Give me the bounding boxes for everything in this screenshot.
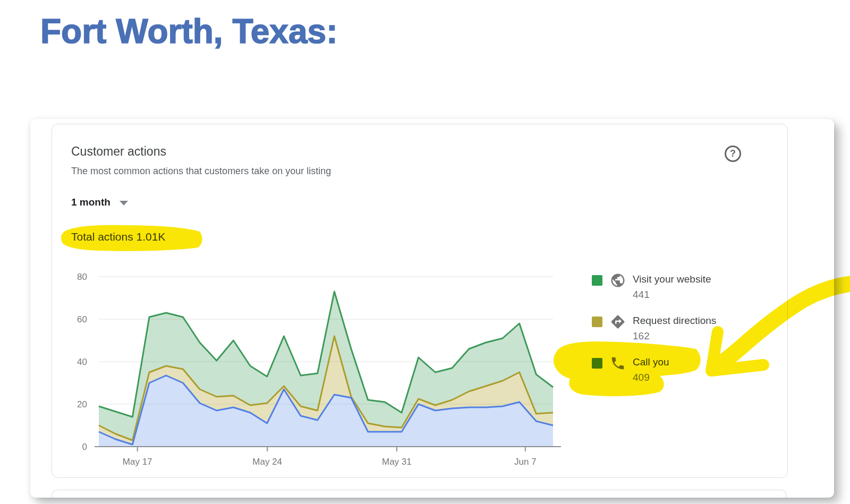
directions-icon	[610, 314, 626, 330]
phone-icon	[610, 355, 626, 371]
legend-swatch-directions	[592, 317, 602, 327]
legend-item-call-you: Call you 409	[592, 356, 669, 383]
globe-icon	[610, 272, 626, 288]
customer-actions-chart: 020406080May 17May 24May 31Jun 7	[52, 124, 788, 479]
legend-label: Call you	[633, 356, 669, 369]
legend-swatch-call	[592, 358, 602, 369]
legend-swatch-website	[592, 275, 602, 286]
svg-text:May 31: May 31	[382, 457, 412, 467]
svg-text:0: 0	[82, 442, 87, 452]
svg-text:20: 20	[77, 399, 87, 409]
legend-item-request-directions: Request directions 162	[592, 314, 716, 342]
legend-item-visit-website: Visit your website 441	[592, 273, 711, 301]
page-title: Fort Worth, Texas:	[40, 12, 337, 51]
svg-text:May 24: May 24	[252, 457, 282, 467]
legend-value: 441	[633, 289, 711, 301]
svg-text:May 17: May 17	[123, 457, 152, 467]
svg-text:80: 80	[77, 272, 87, 282]
svg-text:40: 40	[77, 357, 87, 367]
page: Fort Worth, Texas: Customer actions ? Th…	[0, 0, 850, 504]
next-card-sliver	[52, 490, 787, 498]
svg-text:60: 60	[77, 314, 87, 324]
customer-actions-card: Customer actions ? The most common actio…	[52, 124, 788, 478]
svg-text:Jun 7: Jun 7	[514, 457, 537, 467]
report-panel: Customer actions ? The most common actio…	[30, 119, 834, 498]
legend-label: Request directions	[633, 314, 716, 327]
legend-value: 162	[633, 330, 716, 342]
legend-value: 409	[633, 372, 669, 383]
legend-label: Visit your website	[633, 273, 711, 286]
